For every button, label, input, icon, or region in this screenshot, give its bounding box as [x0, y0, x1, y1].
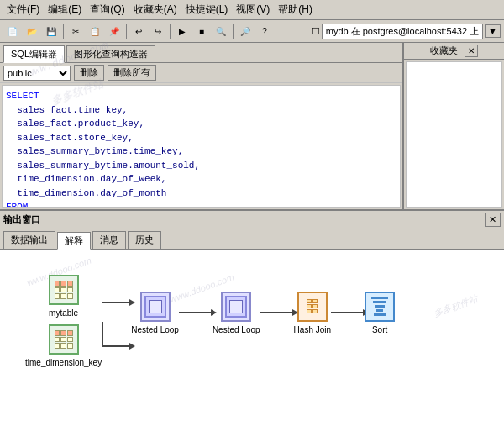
- node-time-dim: time_dimension_key: [25, 324, 102, 367]
- sort-label: Sort: [372, 325, 387, 334]
- arrow3: [260, 312, 294, 313]
- help-btn[interactable]: ?: [255, 22, 274, 40]
- bookmarks-title: 收藏夹: [430, 45, 458, 55]
- node-sort: Sort: [365, 292, 395, 334]
- node-hash: Hash Join: [294, 292, 331, 334]
- explain-btn[interactable]: 🔍: [212, 22, 230, 40]
- arrow1-vert: [102, 322, 103, 345]
- tab-data-output[interactable]: 数据输出: [3, 231, 55, 249]
- arrow2: [179, 312, 213, 313]
- menubar: 文件(F) 编辑(E) 查询(Q) 收藏夹(A) 快捷键(L) 视图(V) 帮助…: [0, 0, 504, 20]
- nested2-inner: [225, 296, 247, 318]
- copy-btn[interactable]: 📋: [86, 22, 104, 40]
- menu-file[interactable]: 文件(F): [3, 2, 43, 18]
- node-nested2: Nested Loop: [213, 292, 260, 334]
- plan-layout: mytable: [17, 266, 487, 367]
- hash-inner: [307, 299, 318, 313]
- menu-edit[interactable]: 编辑(E): [45, 2, 85, 18]
- sql-toolbar: public 删除 删除所有: [0, 63, 402, 83]
- arrow4: [331, 312, 365, 313]
- paste-btn[interactable]: 📌: [105, 22, 123, 40]
- sep1: [63, 24, 64, 39]
- output-title: 输出窗口: [3, 213, 40, 226]
- tab-explain[interactable]: 解释: [57, 232, 91, 250]
- search-btn[interactable]: 🔎: [236, 22, 255, 40]
- tab-sql-editor[interactable]: SQL编辑器: [3, 45, 65, 63]
- tab-history[interactable]: 历史: [128, 231, 161, 249]
- menu-shortcuts[interactable]: 快捷键(L): [182, 2, 232, 18]
- bookmarks-header: 收藏夹 ✕: [404, 43, 504, 60]
- bookmarks-content: [406, 61, 502, 208]
- output-title-bar: 输出窗口 ✕: [0, 211, 504, 229]
- arrow1-top: [102, 302, 131, 303]
- arrow1-horiz: [102, 345, 131, 347]
- db-dropdown-arrow[interactable]: ▼: [485, 24, 501, 38]
- menu-favorites[interactable]: 收藏夹(A): [130, 2, 181, 18]
- db-dropdown[interactable]: mydb 在 postgres@localhost:5432 上: [322, 24, 483, 39]
- bookmarks-panel: 收藏夹 ✕: [403, 43, 504, 209]
- arrow-area1: [102, 295, 131, 347]
- node-mytable: mytable: [25, 275, 102, 318]
- mytable-grid: [55, 281, 73, 299]
- time-dim-label: time_dimension_key: [25, 358, 102, 367]
- sep2: [126, 24, 127, 39]
- plan-viz: www.ddooo.com 多多软件站 www.ddooo.com: [0, 250, 504, 426]
- bottom-panel: 输出窗口 ✕ 数据输出 解释 消息 历史 www.ddooo.com 多多软件站…: [0, 211, 504, 426]
- sql-editor[interactable]: SELECT sales_fact.time_key, sales_fact.p…: [2, 85, 401, 208]
- schema-select[interactable]: public: [3, 66, 71, 81]
- delete-btn[interactable]: 删除: [74, 65, 104, 81]
- time-dim-icon: [49, 324, 79, 355]
- sql-tab-bar: SQL编辑器 图形化查询构造器: [0, 43, 402, 63]
- nested1-icon: [140, 292, 171, 322]
- top-panel: SQL编辑器 图形化查询构造器 public 删除 删除所有 SELECT sa…: [0, 43, 504, 211]
- arrow1-bottom-group: [102, 322, 131, 347]
- tab-graphical[interactable]: 图形化查询构造器: [66, 45, 155, 62]
- output-tabs: 数据输出 解释 消息 历史: [0, 229, 504, 250]
- arrow1-bottom: [102, 322, 131, 347]
- sort-inner: [371, 297, 388, 316]
- sep3: [170, 24, 171, 39]
- output-close-btn[interactable]: ✕: [485, 213, 501, 227]
- hash-icon: [297, 292, 328, 322]
- node-nested1: Nested Loop: [131, 292, 179, 334]
- db-select-area: ☐ mydb 在 postgres@localhost:5432 上 ▼: [312, 24, 501, 39]
- mytable-label: mytable: [49, 308, 78, 318]
- menu-help[interactable]: 帮助(H): [275, 2, 316, 18]
- menu-query[interactable]: 查询(Q): [87, 2, 128, 18]
- main-area: SQL编辑器 图形化查询构造器 public 删除 删除所有 SELECT sa…: [0, 43, 504, 426]
- output-content: www.ddooo.com 多多软件站 www.ddooo.com: [0, 250, 504, 426]
- redo-btn[interactable]: ↪: [149, 22, 167, 40]
- arrow1-horiz-head: [129, 343, 135, 350]
- sep4: [233, 24, 234, 39]
- bookmarks-close-btn[interactable]: ✕: [465, 45, 478, 57]
- save-btn[interactable]: 💾: [42, 22, 60, 40]
- nested2-label: Nested Loop: [213, 325, 260, 334]
- toolbar: 📄 📂 💾 ✂ 📋 📌 ↩ ↪ ▶ ■ 🔍 🔎 ? ☐ mydb 在 postg…: [0, 20, 504, 43]
- hash-label: Hash Join: [294, 325, 331, 334]
- sql-section: SQL编辑器 图形化查询构造器 public 删除 删除所有 SELECT sa…: [0, 43, 403, 209]
- open-btn[interactable]: 📂: [23, 22, 41, 40]
- watermark2: 多多软件站: [50, 85, 107, 110]
- mytable-icon: [49, 275, 79, 305]
- db-label-icon: ☐: [312, 26, 320, 37]
- run-btn[interactable]: ▶: [173, 22, 192, 40]
- stop-btn[interactable]: ■: [192, 22, 211, 40]
- new-btn[interactable]: 📄: [3, 22, 22, 40]
- time-dim-grid: [55, 330, 73, 349]
- menu-view[interactable]: 视图(V): [233, 2, 273, 18]
- nested1-inner: [144, 296, 166, 318]
- undo-btn[interactable]: ↩: [129, 22, 148, 40]
- nested2-icon: [221, 292, 251, 322]
- cut-btn[interactable]: ✂: [66, 22, 85, 40]
- tab-messages[interactable]: 消息: [92, 231, 126, 249]
- plan-main-row: mytable: [25, 275, 487, 367]
- left-nodes: mytable: [25, 275, 102, 367]
- sort-icon: [365, 292, 395, 322]
- arrow1-line: [102, 302, 131, 303]
- delete-all-btn[interactable]: 删除所有: [108, 65, 156, 81]
- nested1-label: Nested Loop: [131, 325, 179, 334]
